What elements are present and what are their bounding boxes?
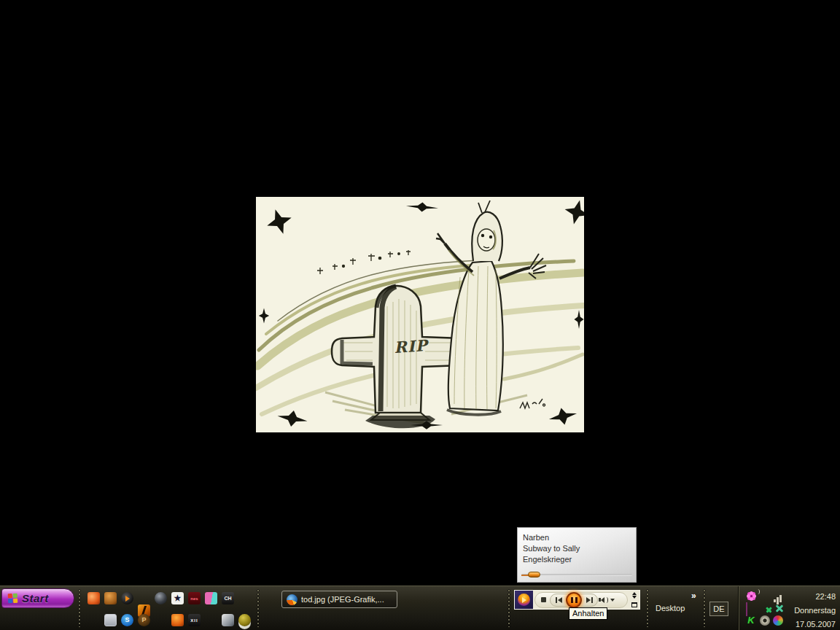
- ch-icon[interactable]: CH: [222, 592, 234, 604]
- orange-flame-icon[interactable]: [171, 614, 184, 626]
- colorful-swirl-tray-icon[interactable]: [773, 615, 783, 626]
- taskbar-grip[interactable]: [508, 589, 512, 627]
- pause-icon: [571, 597, 573, 603]
- wmp-toolbar: [514, 590, 640, 610]
- amber-figure-icon[interactable]: [104, 592, 117, 604]
- graveyard-sketch: RIP: [256, 197, 584, 432]
- grey-card-icon[interactable]: [104, 614, 117, 626]
- band-resize-spinner[interactable]: [632, 592, 637, 599]
- previous-icon: [558, 597, 562, 603]
- taskbar-grip[interactable]: [703, 589, 707, 627]
- p-glyph: P: [141, 617, 146, 623]
- next-icon: [591, 597, 593, 603]
- previous-button[interactable]: [552, 594, 565, 606]
- wmp-transport-controls: [534, 592, 628, 608]
- firefox-icon: [287, 594, 298, 605]
- restore-player-button[interactable]: [631, 602, 637, 607]
- prev-next-group: [550, 594, 598, 607]
- seek-thumb[interactable]: [528, 572, 540, 578]
- wmp-logo-icon: [518, 594, 530, 606]
- taskbar-window-button[interactable]: tod.jpg (JPEG-Grafik,...: [281, 591, 397, 608]
- sound-wave-icon: [605, 597, 608, 603]
- nes-icon[interactable]: nes: [188, 592, 201, 604]
- pause-icon: [575, 597, 578, 603]
- xiii-icon[interactable]: XII: [188, 614, 201, 626]
- ch-glyph: CH: [224, 596, 231, 601]
- volume-button[interactable]: [598, 594, 615, 606]
- arrow-up-icon: [632, 592, 637, 595]
- s-glyph: S: [125, 617, 129, 623]
- next-button[interactable]: [583, 594, 596, 606]
- track-album: Engelskrieger: [523, 554, 636, 565]
- seek-bar[interactable]: [521, 572, 632, 578]
- wmp-logo-button[interactable]: [515, 591, 533, 609]
- xiii-glyph: XII: [190, 618, 198, 623]
- blue-s-icon[interactable]: S: [121, 614, 133, 626]
- kaspersky-tray-icon[interactable]: K: [746, 615, 756, 626]
- pause-tooltip: Anhalten: [569, 607, 607, 620]
- chevron-down-icon: [610, 599, 615, 602]
- track-title: Narben: [523, 532, 636, 543]
- volume-tray-icon[interactable]: [760, 615, 770, 626]
- language-indicator[interactable]: DE: [709, 602, 728, 616]
- arrow-down-icon: [632, 596, 637, 599]
- now-playing-popup: Narben Subway to Sally Engelskrieger: [517, 527, 637, 583]
- window-button-label: tod.jpg (JPEG-Grafik,...: [301, 595, 384, 604]
- windows-logo-icon: [8, 593, 19, 604]
- rip-inscription: RIP: [394, 336, 430, 357]
- start-button[interactable]: Start: [1, 588, 74, 608]
- start-label: Start: [22, 592, 49, 604]
- taskbar-grip[interactable]: [78, 589, 82, 627]
- nes-glyph: nes: [190, 596, 198, 601]
- clock-date: 17.05.2007: [794, 618, 836, 630]
- stop-button[interactable]: [537, 594, 550, 606]
- grey-helmet-icon[interactable]: [222, 614, 234, 626]
- olive-sphere-icon[interactable]: [238, 614, 251, 626]
- previous-icon: [556, 597, 557, 603]
- brown-p-icon[interactable]: P: [138, 614, 150, 626]
- desktop-toolbar-label[interactable]: Desktop: [656, 604, 685, 612]
- taskbar: Start ★ nes CH S P XII tod.jpg (JPEG-Gra…: [0, 586, 840, 630]
- viewed-image-tod-jpg[interactable]: RIP: [256, 197, 584, 432]
- star-a2-icon[interactable]: ★: [171, 592, 184, 604]
- system-tray: K 22:48 Donnerstag 17.05.2007: [738, 586, 840, 630]
- media-player-icon[interactable]: [121, 592, 133, 604]
- orange-app-icon[interactable]: [88, 592, 100, 604]
- speaker-icon: [601, 597, 604, 603]
- next-icon: [586, 597, 591, 603]
- star-glyph: ★: [174, 594, 182, 602]
- dark-sphere-icon[interactable]: [155, 592, 167, 604]
- clock-weekday: Donnerstag: [794, 604, 836, 618]
- pause-button[interactable]: [566, 592, 582, 608]
- toolbar-overflow-chevron[interactable]: »: [691, 591, 696, 601]
- taskbar-grip[interactable]: [646, 589, 650, 627]
- stop-icon: [541, 597, 546, 602]
- track-artist: Subway to Sally: [523, 543, 636, 554]
- taskbar-grip[interactable]: [257, 589, 261, 627]
- clock: 22:48 Donnerstag 17.05.2007: [794, 590, 836, 630]
- clock-time: 22:48: [794, 590, 836, 604]
- pink-teal-icon[interactable]: [205, 592, 217, 604]
- wmp-side-controls: [629, 591, 639, 609]
